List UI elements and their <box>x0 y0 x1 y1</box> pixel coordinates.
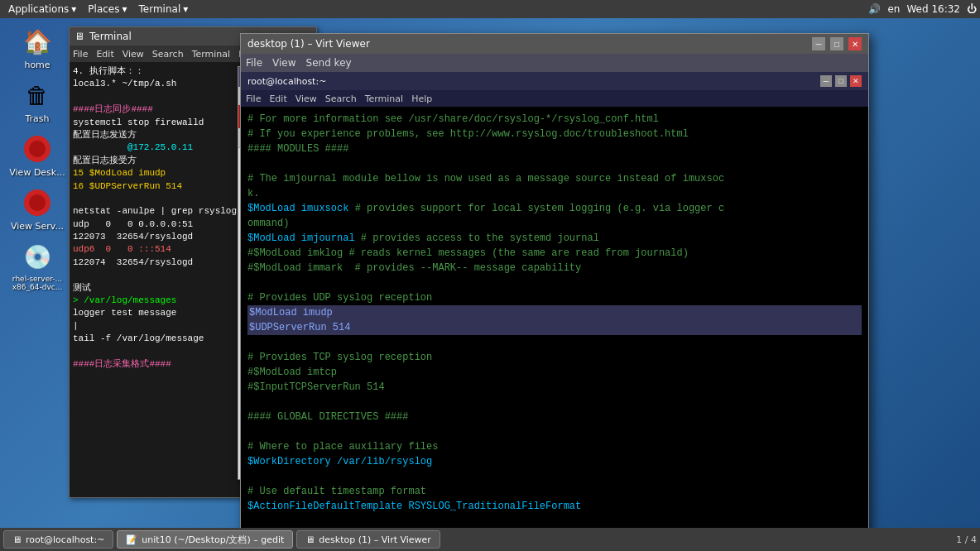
vv-vm-display[interactable]: root@localhost:~ ─ □ ✕ File Edit View Se… <box>241 72 868 537</box>
code-line <box>247 395 862 410</box>
vv-menu-view[interactable]: View <box>272 57 295 69</box>
terminal-menu[interactable]: Terminal ▾ <box>134 2 194 17</box>
rhel-label: rhel-server-...x86_64-dvc... <box>12 275 63 291</box>
taskbar-page-indicator: 1 / 4 <box>956 534 977 545</box>
code-line: # Where to place auxiliary files <box>247 439 862 454</box>
inner-menu-edit[interactable]: Edit <box>269 93 286 104</box>
taskbar: 🖥 root@localhost:~ 📝 unit10 (~/Desktop/文… <box>0 528 980 551</box>
terminal-menu-edit[interactable]: Edit <box>96 49 113 60</box>
trash-icon: 🗑 <box>21 79 54 112</box>
inner-menu-terminal[interactable]: Terminal <box>365 93 404 104</box>
desktop-icon-viewserv[interactable]: View Serv... <box>8 186 66 232</box>
trash-label: Trash <box>25 113 49 124</box>
code-line: # The imjournal module bellow is now use… <box>247 171 862 186</box>
code-line: # Provides UDP syslog reception <box>247 290 862 305</box>
desktop-icon-container: 🏠 home 🗑 Trash View Desk... Vi <box>8 25 66 291</box>
inner-terminal-menubar: File Edit View Search Terminal Help <box>241 90 868 107</box>
taskbar-gedit-label: unit10 (~/Desktop/文档) – gedit <box>142 534 284 546</box>
apps-dropdown-icon: ▾ <box>71 3 76 15</box>
places-label: Places <box>88 3 119 15</box>
code-line-selected: $UDPServerRun 514 <box>247 320 862 335</box>
code-line: #### MODULES #### <box>247 141 862 156</box>
code-line: $ActionFileDefaultTemplate RSYSLOG_Tradi… <box>247 499 862 514</box>
code-line: # Use default timestamp format <box>247 484 862 499</box>
inner-menu-search[interactable]: Search <box>325 93 357 104</box>
code-line: ommand) <box>247 216 862 231</box>
inner-menu-view[interactable]: View <box>295 93 317 104</box>
viewdesk-icon <box>21 132 54 165</box>
inner-terminal-code: # For more information see /usr/share/do… <box>241 107 868 537</box>
terminal-title-icon: 🖥 <box>74 31 84 42</box>
code-line: #$ModLoad imtcp <box>247 365 862 380</box>
terminal-title-text: Terminal <box>89 31 132 42</box>
taskbar-terminal-label: root@localhost:~ <box>26 534 104 545</box>
taskbar-virtviewer-icon: 🖥 <box>305 534 315 545</box>
desktop-icon-rhel[interactable]: 💿 rhel-server-...x86_64-dvc... <box>8 240 66 291</box>
rhel-disc-icon: 💿 <box>21 240 54 273</box>
inner-terminal-controls: ─ □ ✕ <box>820 75 862 87</box>
code-line <box>247 469 862 484</box>
code-line <box>247 335 862 350</box>
terminal-label: Terminal <box>139 3 181 15</box>
vv-title: desktop (1) – Virt Viewer <box>247 38 370 50</box>
language-indicator: en <box>887 3 900 15</box>
top-bar-right: 🔊 en Wed 16:32 ⏻ <box>868 3 977 15</box>
power-icon[interactable]: ⏻ <box>967 3 977 15</box>
taskbar-terminal-icon: 🖥 <box>12 534 22 545</box>
places-menu[interactable]: Places ▾ <box>83 2 132 17</box>
inner-maximize-btn[interactable]: □ <box>835 75 847 87</box>
code-line <box>247 276 862 290</box>
datetime-display: Wed 16:32 <box>906 3 960 15</box>
vv-maximize-btn[interactable]: □ <box>830 37 843 50</box>
code-line: k. <box>247 186 862 201</box>
terminal-menu-search[interactable]: Search <box>152 49 184 60</box>
terminal-dropdown-icon: ▾ <box>183 3 188 15</box>
code-line <box>247 514 862 529</box>
vv-menubar: File View Send key <box>241 54 868 72</box>
terminal-menu-file[interactable]: File <box>73 49 88 60</box>
code-line-selected: $ModLoad imudp <box>247 305 862 320</box>
desktop: Applications ▾ Places ▾ Terminal ▾ 🔊 en … <box>0 0 980 551</box>
applications-menu[interactable]: Applications ▾ <box>3 2 81 17</box>
code-line: #$ModLoad immark # provides --MARK-- mes… <box>247 261 862 276</box>
home-folder-label: home <box>24 60 50 70</box>
inner-minimize-btn[interactable]: ─ <box>820 75 832 87</box>
taskbar-virtviewer-label: desktop (1) – Virt Viewer <box>319 534 431 545</box>
volume-icon: 🔊 <box>868 3 881 15</box>
desktop-icon-trash[interactable]: 🗑 Trash <box>8 79 66 124</box>
code-line: #$InputTCPServerRun 514 <box>247 380 862 395</box>
code-line <box>247 424 862 439</box>
inner-terminal-title: root@localhost:~ <box>247 76 326 87</box>
inner-menu-file[interactable]: File <box>246 93 261 104</box>
vv-menu-file[interactable]: File <box>246 57 262 69</box>
taskbar-item-virtviewer[interactable]: 🖥 desktop (1) – Virt Viewer <box>296 530 440 549</box>
inner-close-btn[interactable]: ✕ <box>850 75 862 87</box>
vv-window-controls: ─ □ ✕ <box>812 37 862 50</box>
inner-terminal-titlebar: root@localhost:~ ─ □ ✕ <box>241 72 868 90</box>
applications-label: Applications <box>8 3 69 15</box>
code-line: #$ModLoad imklog # reads kernel messages… <box>247 246 862 261</box>
code-line: # If you experience problems, see http:/… <box>247 127 862 141</box>
code-line: # For more information see /usr/share/do… <box>247 112 862 127</box>
desktop-icon-viewdesk[interactable]: View Desk... <box>8 132 66 178</box>
taskbar-gedit-icon: 📝 <box>126 534 137 545</box>
viewserv-icon <box>21 186 54 219</box>
vv-close-btn[interactable]: ✕ <box>848 37 862 50</box>
svg-point-1 <box>29 141 46 157</box>
vv-menu-sendkey[interactable]: Send key <box>306 57 352 69</box>
viewserv-label: View Serv... <box>11 221 64 232</box>
taskbar-item-terminal[interactable]: 🖥 root@localhost:~ <box>3 530 113 549</box>
top-bar-left: Applications ▾ Places ▾ Terminal ▾ <box>3 2 193 17</box>
terminal-menu-terminal[interactable]: Terminal <box>192 49 231 60</box>
code-line: $ModLoad imjournal # provides access to … <box>247 231 862 246</box>
code-line: $ModLoad imuxsock # provides support for… <box>247 201 862 216</box>
code-line: # Provides TCP syslog reception <box>247 350 862 365</box>
places-dropdown-icon: ▾ <box>122 3 127 15</box>
terminal-menu-view[interactable]: View <box>122 49 144 60</box>
top-menubar: Applications ▾ Places ▾ Terminal ▾ 🔊 en … <box>0 0 980 18</box>
inner-menu-help[interactable]: Help <box>411 93 432 104</box>
desktop-icon-home[interactable]: 🏠 home <box>8 25 66 70</box>
vv-titlebar: desktop (1) – Virt Viewer ─ □ ✕ <box>241 34 868 54</box>
vv-minimize-btn[interactable]: ─ <box>812 37 825 50</box>
taskbar-item-gedit[interactable]: 📝 unit10 (~/Desktop/文档) – gedit <box>117 530 293 549</box>
